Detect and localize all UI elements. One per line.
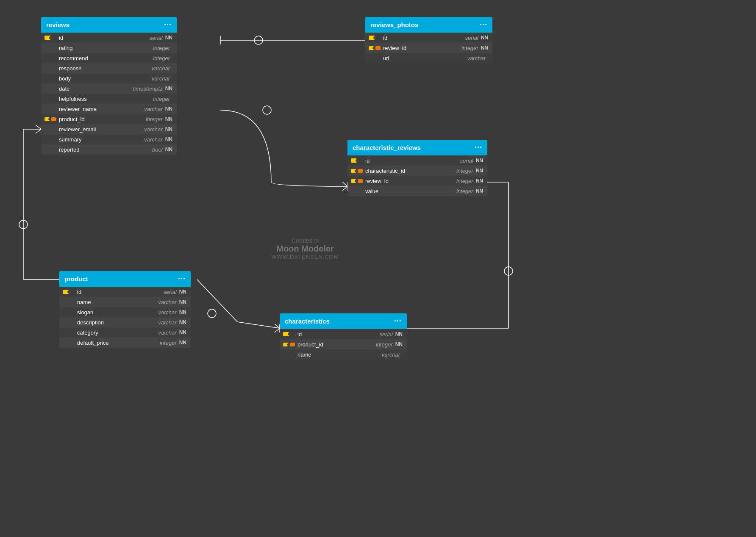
table-row: name varchar NN [59, 297, 191, 307]
table-row: slogan varchar NN [59, 307, 191, 317]
table-characteristics-header: characteristics ··· [280, 313, 407, 329]
table-product-header: product ··· [59, 271, 191, 287]
table-row: reviewer_name varchar NN [41, 104, 177, 114]
table-row: reported bool NN [41, 144, 177, 155]
table-row: id serial NN [280, 329, 407, 339]
svg-point-5 [254, 36, 263, 44]
table-row: id serial NN [347, 155, 487, 166]
table-row: helpfulness integer [41, 94, 177, 104]
table-characteristics-title: characteristics [285, 318, 330, 325]
table-characteristic-reviews[interactable]: characteristic_reviews ··· id serial NN … [347, 140, 487, 196]
svg-line-22 [275, 324, 280, 328]
table-row: id serial NN [41, 33, 177, 43]
svg-line-18 [197, 280, 237, 322]
watermark-line1: Created in [246, 237, 364, 244]
table-product[interactable]: product ··· id serial NN name varchar NN… [59, 271, 191, 348]
table-product-menu[interactable]: ··· [178, 274, 186, 283]
table-row: reviewer_email varchar NN [41, 124, 177, 134]
fk-icon [369, 46, 381, 50]
svg-line-8 [342, 182, 347, 186]
table-row: id serial NN [59, 287, 191, 297]
table-reviews[interactable]: reviews ··· id serial NN rating integer … [41, 17, 177, 155]
table-row: review_id integer NN [347, 176, 487, 186]
table-row: product_id integer NN [41, 114, 177, 124]
pk-icon [369, 36, 381, 40]
svg-point-31 [504, 267, 513, 275]
table-row: value integer NN [347, 186, 487, 196]
table-row: response varchar [41, 63, 177, 73]
fk-icon [351, 179, 363, 183]
table-row: category varchar NN [59, 327, 191, 338]
watermark: Created in Moon Modeler WWW.DATENSEN.COM [246, 237, 364, 260]
table-row: id serial NN [365, 33, 492, 43]
pk-icon [44, 36, 56, 40]
table-row: review_id integer NN [365, 43, 492, 53]
diagram-canvas: reviews ··· id serial NN rating integer … [0, 0, 756, 537]
table-characteristic-reviews-menu[interactable]: ··· [475, 143, 482, 152]
table-product-title: product [64, 275, 88, 282]
fk-icon [44, 117, 56, 121]
table-reviews-photos-header: reviews_photos ··· [365, 17, 492, 33]
fk-icon [283, 343, 295, 346]
svg-line-20 [237, 322, 280, 328]
table-reviews-photos-title: reviews_photos [370, 21, 418, 28]
table-reviews-menu[interactable]: ··· [164, 20, 172, 29]
fk-icon [351, 169, 363, 173]
table-characteristics[interactable]: characteristics ··· id serial NN product… [280, 313, 407, 360]
table-reviews-header: reviews ··· [41, 17, 177, 33]
table-row: default_price integer NN [59, 338, 191, 348]
svg-line-16 [36, 125, 41, 129]
svg-point-19 [208, 309, 216, 318]
watermark-line2: Moon Modeler [246, 244, 364, 254]
table-characteristics-menu[interactable]: ··· [394, 317, 402, 326]
pk-icon [351, 158, 363, 163]
svg-point-6 [263, 106, 271, 114]
table-row: rating integer [41, 43, 177, 53]
table-row: characteristic_id integer NN [347, 166, 487, 176]
table-row: description varchar NN [59, 317, 191, 327]
table-row: url varchar [365, 53, 492, 63]
svg-point-13 [19, 220, 28, 229]
svg-line-9 [342, 186, 347, 191]
table-row: product_id integer NN [280, 339, 407, 349]
table-row: body varchar [41, 73, 177, 83]
watermark-line3: WWW.DATENSEN.COM [246, 254, 364, 260]
table-reviews-photos-menu[interactable]: ··· [480, 20, 487, 29]
pk-icon [63, 290, 75, 294]
svg-line-17 [36, 129, 41, 133]
pk-icon [283, 332, 295, 336]
table-characteristic-reviews-header: characteristic_reviews ··· [347, 140, 487, 155]
table-row: date timestamptz NN [41, 83, 177, 94]
table-reviews-photos[interactable]: reviews_photos ··· id serial NN review_i… [365, 17, 492, 63]
table-characteristic-reviews-title: characteristic_reviews [353, 144, 421, 151]
table-reviews-title: reviews [46, 21, 69, 28]
table-row: summary varchar NN [41, 134, 177, 144]
table-row: name varchar [280, 349, 407, 360]
svg-line-23 [275, 328, 280, 332]
table-row: recommend integer [41, 53, 177, 63]
